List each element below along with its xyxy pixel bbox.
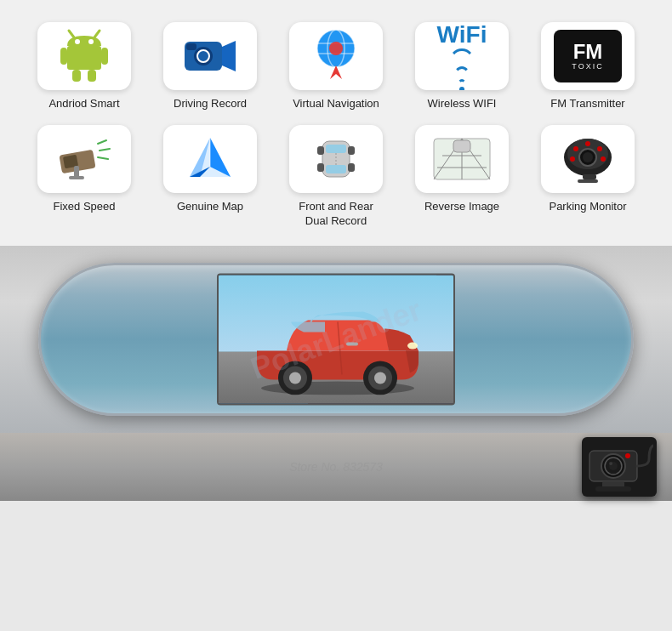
nav-pin-icon: [313, 26, 360, 86]
svg-point-55: [583, 152, 593, 162]
svg-point-72: [609, 462, 612, 465]
android-smart-icon-box: [37, 22, 131, 90]
fixed-speed-icon-box: [37, 125, 131, 193]
svg-rect-5: [60, 48, 67, 65]
svg-point-19: [329, 42, 343, 55]
radar-icon: [54, 135, 115, 183]
virtual-navigation-label: Virtual Navigation: [293, 97, 379, 111]
svg-point-65: [407, 342, 418, 349]
svg-line-24: [98, 140, 106, 144]
driving-record-icon-box: [163, 22, 257, 90]
svg-rect-56: [583, 174, 596, 179]
android-icon: [59, 27, 110, 85]
feature-parking-monitor: Parking Monitor: [525, 120, 651, 234]
svg-point-52: [601, 156, 606, 162]
camera-icon: [179, 31, 241, 81]
car-display: [219, 275, 453, 403]
rear-camera: [582, 437, 657, 497]
svg-rect-22: [74, 166, 79, 178]
svg-point-50: [585, 141, 590, 146]
svg-rect-6: [101, 48, 108, 65]
wireless-wifi-icon-box: WiFi: [415, 22, 509, 90]
feature-genuine-map: Genuine Map: [147, 120, 273, 234]
fixed-speed-label: Fixed Speed: [54, 200, 116, 214]
svg-rect-35: [317, 146, 324, 155]
svg-rect-46: [453, 140, 470, 152]
reverse-cam-icon: [430, 134, 493, 185]
svg-point-75: [625, 453, 630, 458]
virtual-navigation-icon-box: [289, 22, 383, 90]
svg-line-26: [98, 157, 108, 159]
feature-virtual-navigation: Virtual Navigation: [273, 17, 399, 117]
feature-wireless-wifi: WiFi Wireless WIFI: [399, 17, 525, 117]
svg-point-64: [374, 372, 386, 384]
svg-line-1: [94, 31, 100, 37]
svg-rect-13: [186, 43, 196, 50]
wifi-arc-small: [458, 79, 466, 84]
svg-point-3: [88, 39, 94, 44]
fm-transmitter-label: FM Transmitter: [550, 97, 624, 111]
svg-point-51: [597, 146, 602, 151]
svg-rect-23: [69, 176, 84, 179]
svg-rect-74: [595, 486, 631, 492]
svg-rect-38: [348, 163, 355, 172]
svg-rect-57: [578, 179, 598, 183]
parking-monitor-icon-box: [541, 125, 635, 193]
svg-rect-34: [326, 165, 346, 173]
wifi-arc-medium: [453, 66, 470, 77]
svg-marker-12: [222, 41, 236, 71]
feature-driving-record: Driving Record: [147, 17, 273, 117]
parking-monitor-label: Parking Monitor: [549, 200, 626, 214]
fm-text: FM: [573, 42, 603, 62]
features-section: Andriod Smart Driving Record: [0, 0, 672, 246]
svg-point-2: [75, 39, 80, 44]
svg-rect-36: [348, 146, 355, 155]
reverse-image-icon-box: [415, 125, 509, 193]
svg-point-49: [573, 146, 578, 151]
svg-point-53: [570, 156, 575, 162]
svg-rect-8: [88, 70, 96, 82]
svg-rect-4: [67, 46, 101, 70]
wifi-logo-text: WiFi: [437, 22, 487, 48]
wifi-icon: WiFi: [437, 22, 487, 90]
mirror-body: [38, 263, 634, 416]
feature-row-2: Fixed Speed Genuine Map: [9, 120, 663, 234]
fm-transmitter-icon-box: FM TOXIC: [541, 22, 635, 90]
wifi-dot: [459, 87, 464, 91]
car-top-view-icon: [305, 134, 367, 184]
rear-camera-icon: [585, 441, 653, 493]
wifi-arcs: [448, 48, 476, 91]
mirror-section: PolarLander: [0, 246, 672, 433]
feature-android-smart: Andriod Smart: [21, 17, 147, 117]
wifi-arc-large: [448, 48, 476, 64]
wireless-wifi-label: Wireless WIFI: [428, 97, 497, 111]
svg-rect-33: [326, 145, 346, 153]
genuine-map-icon-box: [163, 125, 257, 193]
driving-record-label: Driving Record: [174, 97, 247, 111]
svg-point-61: [289, 372, 301, 384]
svg-point-11: [197, 50, 209, 62]
reverse-image-label: Reverse Image: [424, 200, 499, 214]
genuine-map-label: Genuine Map: [177, 200, 243, 214]
bottom-section: Store No. 832573: [0, 433, 672, 501]
feature-fm-transmitter: FM TOXIC FM Transmitter: [525, 17, 651, 117]
feature-row-1: Andriod Smart Driving Record: [9, 17, 663, 117]
feature-reverse-image: Reverse Image: [399, 120, 525, 234]
svg-rect-37: [317, 163, 324, 172]
car-svg: [240, 284, 436, 395]
feature-fixed-speed: Fixed Speed: [21, 120, 147, 234]
mirror-screen: [217, 273, 455, 405]
android-smart-label: Andriod Smart: [48, 97, 119, 111]
svg-line-25: [100, 149, 110, 151]
feature-front-rear: Front and Rear Dual Record: [273, 120, 399, 234]
map-icon: [181, 134, 239, 184]
svg-line-0: [69, 31, 74, 37]
front-rear-label: Front and Rear Dual Record: [299, 200, 373, 229]
parking-monitor-icon: [559, 132, 617, 186]
store-text: Store No. 832573: [289, 460, 383, 474]
svg-rect-7: [72, 70, 81, 82]
toxic-text: TOXIC: [572, 62, 603, 71]
front-rear-icon-box: [289, 125, 383, 193]
fm-icon: FM TOXIC: [554, 30, 622, 82]
svg-rect-67: [346, 342, 358, 345]
